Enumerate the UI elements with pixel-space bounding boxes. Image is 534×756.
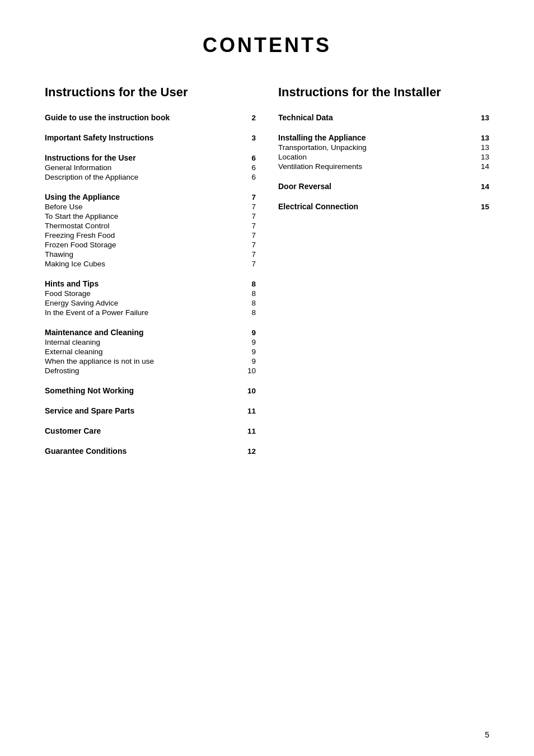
toc-sub-entry-page: 7 — [245, 212, 256, 220]
toc-section: Customer Care11 — [45, 426, 256, 435]
toc-sub-entry: Thawing7 — [45, 250, 256, 259]
toc-entry-main: Maintenance and Cleaning9 — [45, 328, 256, 337]
toc-entry-page: 13 — [478, 114, 489, 122]
right-column-header: Instructions for the Installer — [278, 85, 489, 100]
toc-entry-title: Maintenance and Cleaning — [45, 328, 245, 337]
toc-entry-main: Guarantee Conditions12 — [45, 447, 256, 456]
toc-entry-main: Important Safety Instructions3 — [45, 133, 256, 142]
toc-entry-page: 2 — [245, 114, 256, 122]
toc-entry-title: Hints and Tips — [45, 279, 245, 288]
toc-section: Important Safety Instructions3 — [45, 133, 256, 142]
toc-sub-entry-page: 10 — [245, 367, 256, 375]
toc-sub-entry-title: Energy Saving Advice — [45, 299, 245, 307]
left-column-header: Instructions for the User — [45, 85, 256, 100]
toc-entry-title: Important Safety Instructions — [45, 133, 245, 142]
toc-entry-title: Instructions for the User — [45, 153, 245, 162]
right-toc: Technical Data13Installing the Appliance… — [278, 113, 489, 211]
toc-sub-entry: Description of the Appliance6 — [45, 173, 256, 181]
toc-sub-entry-title: In the Event of a Power Failure — [45, 308, 245, 317]
toc-entry-page: 7 — [245, 193, 256, 201]
toc-sub-entry-page: 14 — [478, 162, 489, 171]
toc-entry-title: Door Reversal — [278, 182, 478, 191]
toc-sub-entry: Freezing Fresh Food7 — [45, 231, 256, 240]
toc-entry-main: Guide to use the instruction book2 — [45, 113, 256, 122]
toc-sub-entry-page: 8 — [245, 308, 256, 317]
toc-sub-entry-title: Food Storage — [45, 289, 245, 298]
toc-sub-entry-page: 9 — [245, 357, 256, 365]
toc-sub-entry-page: 7 — [245, 260, 256, 268]
toc-section: Guide to use the instruction book2 — [45, 113, 256, 122]
toc-sub-entry-page: 7 — [245, 222, 256, 230]
toc-section: Maintenance and Cleaning9Internal cleani… — [45, 328, 256, 375]
toc-entry-page: 10 — [245, 387, 256, 395]
toc-entry-title: Technical Data — [278, 113, 478, 122]
toc-entry-title: Customer Care — [45, 426, 245, 435]
toc-sub-entry: Ventilation Requirements14 — [278, 162, 489, 171]
toc-sub-entry-page: 7 — [245, 250, 256, 259]
toc-sub-entry: Internal cleaning9 — [45, 338, 256, 346]
toc-sub-entry-title: To Start the Appliance — [45, 212, 245, 220]
toc-entry-page: 14 — [478, 182, 489, 191]
toc-sub-entry: In the Event of a Power Failure8 — [45, 308, 256, 317]
toc-entry-page: 15 — [478, 203, 489, 211]
toc-sub-entry: Thermostat Control7 — [45, 222, 256, 230]
toc-sub-entry-page: 7 — [245, 231, 256, 240]
toc-sub-entry-title: Thawing — [45, 250, 245, 259]
toc-section: Installing the Appliance13Transportation… — [278, 133, 489, 171]
toc-entry-main: Using the Appliance7 — [45, 192, 256, 201]
toc-entry-page: 11 — [245, 427, 256, 435]
toc-entry-title: Something Not Working — [45, 386, 245, 395]
toc-entry-main: Electrical Connection15 — [278, 202, 489, 211]
toc-sub-entry-page: 7 — [245, 241, 256, 249]
toc-sub-entry-page: 8 — [245, 289, 256, 298]
toc-sub-entry: Transportation, Unpacking13 — [278, 143, 489, 152]
toc-section: Instructions for the User6General Inform… — [45, 153, 256, 181]
toc-sub-entry: Food Storage8 — [45, 289, 256, 298]
toc-entry-title: Installing the Appliance — [278, 133, 478, 142]
toc-entry-page: 11 — [245, 407, 256, 415]
toc-sub-entry-title: When the appliance is not in use — [45, 357, 245, 365]
toc-section: Technical Data13 — [278, 113, 489, 122]
toc-entry-main: Door Reversal14 — [278, 182, 489, 191]
toc-sub-entry-title: Freezing Fresh Food — [45, 231, 245, 240]
toc-entry-main: Installing the Appliance13 — [278, 133, 489, 142]
toc-sub-entry-title: Before Use — [45, 203, 245, 211]
toc-section: Hints and Tips8Food Storage8Energy Savin… — [45, 279, 256, 317]
toc-sub-entry: Frozen Food Storage7 — [45, 241, 256, 249]
toc-section: Something Not Working10 — [45, 386, 256, 395]
toc-entry-page: 9 — [245, 328, 256, 337]
left-column: Instructions for the User Guide to use t… — [45, 85, 256, 467]
toc-sub-entry-title: Defrosting — [45, 367, 245, 375]
toc-entry-page: 6 — [245, 154, 256, 162]
contents-layout: Instructions for the User Guide to use t… — [45, 85, 489, 467]
page-number: 5 — [485, 730, 489, 739]
toc-entry-main: Hints and Tips8 — [45, 279, 256, 288]
toc-sub-entry-title: Description of the Appliance — [45, 173, 245, 181]
toc-section: Door Reversal14 — [278, 182, 489, 191]
toc-sub-entry: To Start the Appliance7 — [45, 212, 256, 220]
toc-sub-entry: Energy Saving Advice8 — [45, 299, 256, 307]
toc-entry-main: Customer Care11 — [45, 426, 256, 435]
right-column: Instructions for the Installer Technical… — [278, 85, 489, 467]
toc-entry-title: Using the Appliance — [45, 192, 245, 201]
toc-sub-entry-title: Location — [278, 153, 478, 161]
left-toc: Guide to use the instruction book2Import… — [45, 113, 256, 456]
toc-entry-main: Instructions for the User6 — [45, 153, 256, 162]
toc-sub-entry: External cleaning9 — [45, 348, 256, 356]
toc-sub-entry-title: Internal cleaning — [45, 338, 245, 346]
toc-entry-main: Something Not Working10 — [45, 386, 256, 395]
toc-sub-entry: Making Ice Cubes7 — [45, 260, 256, 268]
toc-sub-entry-title: Transportation, Unpacking — [278, 143, 478, 152]
toc-sub-entry: Defrosting10 — [45, 367, 256, 375]
toc-sub-entry-page: 6 — [245, 163, 256, 172]
toc-sub-entry: Location13 — [278, 153, 489, 161]
toc-sub-entry-title: General Information — [45, 163, 245, 172]
toc-entry-title: Service and Spare Parts — [45, 406, 245, 415]
toc-entry-page: 8 — [245, 280, 256, 288]
toc-section: Service and Spare Parts11 — [45, 406, 256, 415]
toc-entry-page: 12 — [245, 447, 256, 456]
toc-sub-entry-page: 7 — [245, 203, 256, 211]
toc-section: Guarantee Conditions12 — [45, 447, 256, 456]
toc-sub-entry: General Information6 — [45, 163, 256, 172]
toc-sub-entry-page: 9 — [245, 338, 256, 346]
